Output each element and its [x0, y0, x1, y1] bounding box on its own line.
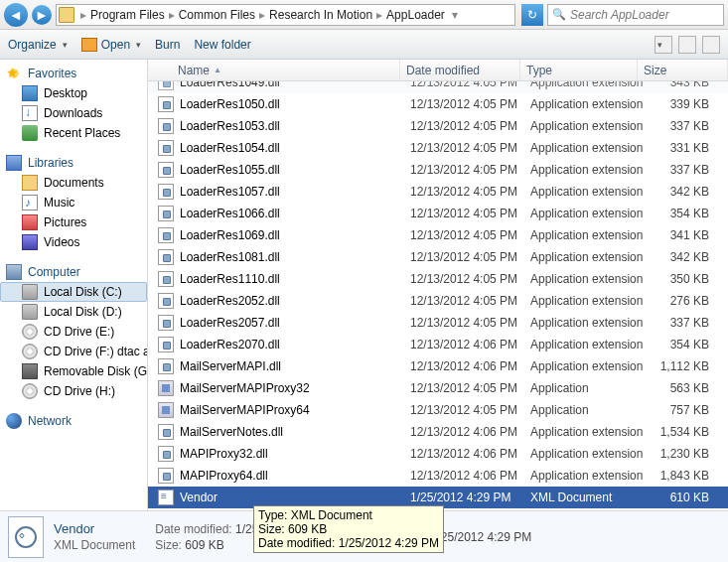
- breadcrumb-segment[interactable]: Program Files: [88, 8, 167, 22]
- file-name: MAPIProxy32.dll: [180, 447, 410, 461]
- file-type: Application extension: [530, 425, 648, 439]
- nav-item-downloads[interactable]: Downloads: [0, 103, 147, 123]
- file-row[interactable]: LoaderRes1057.dll12/13/2012 4:05 PMAppli…: [148, 181, 728, 203]
- file-row[interactable]: MAPIProxy64.dll12/13/2012 4:06 PMApplica…: [148, 465, 728, 487]
- file-date: 12/13/2012 4:05 PM: [410, 81, 530, 89]
- file-row[interactable]: LoaderRes1110.dll12/13/2012 4:05 PMAppli…: [148, 268, 728, 290]
- dll-file-icon: [158, 468, 174, 484]
- nav-item-desktop[interactable]: Desktop: [0, 83, 147, 103]
- file-date: 12/13/2012 4:05 PM: [410, 316, 530, 330]
- file-row[interactable]: LoaderRes1053.dll12/13/2012 4:05 PMAppli…: [148, 115, 728, 137]
- nav-item-cd-h[interactable]: CD Drive (H:): [0, 381, 147, 401]
- file-row[interactable]: LoaderRes1066.dll12/13/2012 4:05 PMAppli…: [148, 203, 728, 224]
- open-icon: [81, 38, 97, 52]
- nav-computer[interactable]: Computer: [0, 262, 147, 282]
- file-date: 12/13/2012 4:05 PM: [410, 141, 530, 155]
- nav-libraries[interactable]: Libraries: [0, 153, 147, 173]
- column-type[interactable]: Type: [520, 60, 638, 80]
- file-type: Application extension: [530, 228, 648, 242]
- refresh-button[interactable]: ↻: [521, 4, 543, 26]
- file-row[interactable]: LoaderRes2052.dll12/13/2012 4:05 PMAppli…: [148, 290, 728, 312]
- file-type: Application extension: [530, 447, 648, 461]
- file-row[interactable]: LoaderRes1050.dll12/13/2012 4:05 PMAppli…: [148, 93, 728, 115]
- file-date: 12/13/2012 4:05 PM: [410, 228, 530, 242]
- file-row[interactable]: LoaderRes1081.dll12/13/2012 4:05 PMAppli…: [148, 246, 728, 268]
- file-type: Application extension: [530, 250, 648, 264]
- nav-item-cd-f[interactable]: CD Drive (F:) dtac aircard: [0, 342, 147, 361]
- nav-item-local-c[interactable]: Local Disk (C:): [0, 282, 147, 302]
- cd-icon: [22, 383, 38, 399]
- nav-item-documents[interactable]: Documents: [0, 173, 147, 193]
- file-row[interactable]: LoaderRes2057.dll12/13/2012 4:05 PMAppli…: [148, 312, 728, 334]
- nav-item-local-d[interactable]: Local Disk (D:): [0, 302, 147, 322]
- file-row[interactable]: LoaderRes1069.dll12/13/2012 4:05 PMAppli…: [148, 224, 728, 246]
- file-type: Application extension: [530, 294, 648, 308]
- file-type: Application extension: [530, 185, 648, 199]
- xml-file-icon: [8, 516, 44, 558]
- desktop-icon: [22, 85, 38, 101]
- file-row[interactable]: MAPIProxy32.dll12/13/2012 4:06 PMApplica…: [148, 443, 728, 465]
- change-view-button[interactable]: [655, 36, 672, 54]
- file-size: 1,230 KB: [648, 447, 717, 461]
- breadcrumb-segment[interactable]: AppLoader: [384, 8, 447, 22]
- breadcrumb[interactable]: ▸ Program Files▸ Common Files▸ Research …: [56, 4, 515, 26]
- file-date: 12/13/2012 4:05 PM: [410, 185, 530, 199]
- file-row[interactable]: MailServerMAPIProxy3212/13/2012 4:05 PMA…: [148, 377, 728, 399]
- file-name: LoaderRes1050.dll: [180, 97, 410, 111]
- search-input[interactable]: Search AppLoader: [547, 4, 724, 26]
- file-row[interactable]: MailServerMAPIProxy6412/13/2012 4:05 PMA…: [148, 399, 728, 421]
- nav-item-removable-g[interactable]: Removable Disk (G:): [0, 361, 147, 381]
- nav-item-cd-e[interactable]: CD Drive (E:): [0, 322, 147, 342]
- nav-network[interactable]: Network: [0, 411, 147, 431]
- nav-item-pictures[interactable]: Pictures: [0, 212, 147, 232]
- navigation-pane: Favorites Desktop Downloads Recent Place…: [0, 60, 148, 510]
- file-row[interactable]: LoaderRes1049.dll12/13/2012 4:05 PMAppli…: [148, 81, 728, 93]
- new-folder-button[interactable]: New folder: [194, 38, 250, 52]
- file-row[interactable]: MailServerMAPI.dll12/13/2012 4:06 PMAppl…: [148, 355, 728, 377]
- help-button[interactable]: [702, 36, 720, 54]
- nav-favorites[interactable]: Favorites: [0, 64, 147, 83]
- nav-item-videos[interactable]: Videos: [0, 232, 147, 252]
- nav-forward-button[interactable]: ►: [32, 5, 52, 25]
- file-type: Application: [530, 403, 648, 417]
- preview-pane-button[interactable]: [678, 36, 696, 54]
- nav-item-recent[interactable]: Recent Places: [0, 123, 147, 143]
- column-name[interactable]: Name▲: [148, 60, 400, 80]
- file-name: MailServerMAPIProxy64: [180, 403, 410, 417]
- dll-file-icon: [158, 315, 174, 331]
- open-button[interactable]: Open: [81, 38, 141, 52]
- downloads-icon: [22, 105, 38, 121]
- file-size: 354 KB: [648, 207, 717, 220]
- nav-item-music[interactable]: Music: [0, 193, 147, 212]
- file-size: 354 KB: [648, 338, 717, 351]
- organize-button[interactable]: Organize: [8, 38, 68, 52]
- file-row[interactable]: MailServerNotes.dll12/13/2012 4:06 PMApp…: [148, 421, 728, 443]
- breadcrumb-segment[interactable]: Common Files: [177, 8, 257, 22]
- file-size: 1,843 KB: [648, 469, 717, 483]
- file-name: MailServerMAPI.dll: [180, 359, 410, 373]
- file-type: Application: [530, 381, 648, 395]
- file-row[interactable]: LoaderRes1054.dll12/13/2012 4:05 PMAppli…: [148, 137, 728, 159]
- nav-back-button[interactable]: ◄: [4, 3, 28, 27]
- file-row[interactable]: LoaderRes2070.dll12/13/2012 4:06 PMAppli…: [148, 334, 728, 355]
- file-name: LoaderRes1049.dll: [180, 81, 410, 89]
- file-date: 12/13/2012 4:06 PM: [410, 469, 530, 483]
- file-type: Application extension: [530, 141, 648, 155]
- details-filetype: XML Document: [54, 538, 135, 552]
- file-date: 12/13/2012 4:05 PM: [410, 403, 530, 417]
- file-size: 337 KB: [648, 119, 717, 133]
- file-name: Vendor: [180, 491, 410, 504]
- burn-button[interactable]: Burn: [155, 38, 180, 52]
- file-date: 12/13/2012 4:06 PM: [410, 447, 530, 461]
- column-date[interactable]: Date modified: [400, 60, 520, 80]
- file-date: 12/13/2012 4:05 PM: [410, 119, 530, 133]
- file-row[interactable]: LoaderRes1055.dll12/13/2012 4:05 PMAppli…: [148, 159, 728, 181]
- file-name: LoaderRes1110.dll: [180, 272, 410, 286]
- dll-file-icon: [158, 271, 174, 287]
- column-size[interactable]: Size: [638, 60, 728, 80]
- address-bar: ◄ ► ▸ Program Files▸ Common Files▸ Resea…: [0, 0, 728, 30]
- file-name: LoaderRes1066.dll: [180, 207, 410, 220]
- dll-file-icon: [158, 184, 174, 200]
- breadcrumb-segment[interactable]: Research In Motion: [267, 8, 374, 22]
- file-type: Application extension: [530, 338, 648, 351]
